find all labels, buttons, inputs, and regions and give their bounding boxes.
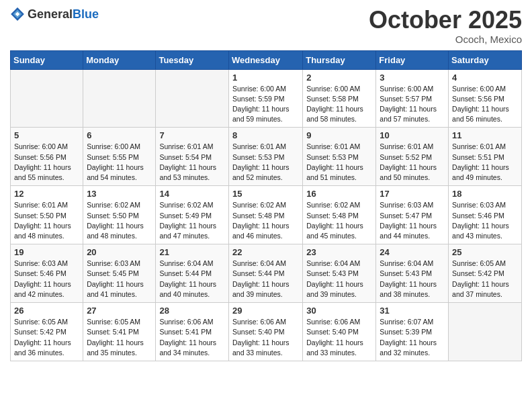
day-info: Sunrise: 6:06 AM Sunset: 5:40 PM Dayligh…	[232, 317, 299, 358]
day-number: 26	[14, 306, 79, 316]
day-number: 5	[14, 130, 79, 140]
calendar-cell: 18Sunrise: 6:03 AM Sunset: 5:46 PM Dayli…	[449, 186, 522, 244]
calendar-cell: 29Sunrise: 6:06 AM Sunset: 5:40 PM Dayli…	[228, 303, 302, 361]
day-number: 30	[306, 306, 372, 316]
calendar-cell: 25Sunrise: 6:05 AM Sunset: 5:42 PM Dayli…	[449, 244, 522, 303]
calendar-cell: 22Sunrise: 6:04 AM Sunset: 5:44 PM Dayli…	[228, 244, 302, 303]
calendar-cell: 7Sunrise: 6:01 AM Sunset: 5:54 PM Daylig…	[156, 128, 229, 186]
day-info: Sunrise: 6:04 AM Sunset: 5:44 PM Dayligh…	[159, 259, 225, 300]
day-number: 21	[159, 247, 225, 257]
header: GeneralBlue October 2025 Ococh, Mexico	[10, 7, 522, 45]
day-info: Sunrise: 6:01 AM Sunset: 5:53 PM Dayligh…	[306, 142, 372, 183]
day-number: 23	[306, 247, 372, 257]
day-info: Sunrise: 6:02 AM Sunset: 5:48 PM Dayligh…	[306, 200, 372, 241]
day-info: Sunrise: 6:00 AM Sunset: 5:55 PM Dayligh…	[87, 142, 152, 183]
weekday-header: Monday	[83, 50, 156, 69]
weekday-header-row: SundayMondayTuesdayWednesdayThursdayFrid…	[11, 50, 522, 69]
title-block: October 2025 Ococh, Mexico	[369, 7, 522, 45]
calendar-cell: 28Sunrise: 6:06 AM Sunset: 5:41 PM Dayli…	[156, 303, 229, 361]
day-number: 13	[87, 189, 152, 199]
weekday-header: Tuesday	[156, 50, 229, 69]
day-number: 11	[452, 130, 518, 140]
day-info: Sunrise: 6:05 AM Sunset: 5:41 PM Dayligh…	[87, 317, 152, 358]
day-number: 20	[87, 247, 152, 257]
calendar-week-row: 26Sunrise: 6:05 AM Sunset: 5:42 PM Dayli…	[11, 303, 522, 361]
calendar-cell: 23Sunrise: 6:04 AM Sunset: 5:43 PM Dayli…	[303, 244, 376, 303]
calendar-week-row: 5Sunrise: 6:00 AM Sunset: 5:56 PM Daylig…	[11, 128, 522, 186]
logo-icon	[10, 7, 25, 21]
day-number: 15	[232, 189, 299, 199]
day-number: 7	[159, 130, 225, 140]
day-info: Sunrise: 6:07 AM Sunset: 5:39 PM Dayligh…	[380, 317, 445, 358]
day-info: Sunrise: 6:00 AM Sunset: 5:57 PM Dayligh…	[380, 84, 445, 125]
day-info: Sunrise: 6:05 AM Sunset: 5:42 PM Dayligh…	[14, 317, 79, 358]
day-info: Sunrise: 6:04 AM Sunset: 5:44 PM Dayligh…	[232, 259, 299, 300]
day-info: Sunrise: 6:02 AM Sunset: 5:49 PM Dayligh…	[159, 200, 225, 241]
weekday-header: Sunday	[11, 50, 83, 69]
calendar-cell: 24Sunrise: 6:04 AM Sunset: 5:43 PM Dayli…	[376, 244, 449, 303]
day-info: Sunrise: 6:03 AM Sunset: 5:47 PM Dayligh…	[380, 200, 445, 241]
day-info: Sunrise: 6:05 AM Sunset: 5:42 PM Dayligh…	[452, 259, 518, 300]
day-info: Sunrise: 6:02 AM Sunset: 5:50 PM Dayligh…	[87, 200, 152, 241]
day-info: Sunrise: 6:04 AM Sunset: 5:43 PM Dayligh…	[380, 259, 445, 300]
day-number: 14	[159, 189, 225, 199]
day-info: Sunrise: 6:00 AM Sunset: 5:59 PM Dayligh…	[232, 84, 299, 125]
calendar-cell: 15Sunrise: 6:02 AM Sunset: 5:48 PM Dayli…	[228, 186, 302, 244]
day-number: 28	[159, 306, 225, 316]
logo-text-blue: Blue	[73, 8, 99, 20]
day-info: Sunrise: 6:01 AM Sunset: 5:50 PM Dayligh…	[14, 200, 79, 241]
day-number: 29	[232, 306, 299, 316]
calendar-cell: 20Sunrise: 6:03 AM Sunset: 5:45 PM Dayli…	[83, 244, 156, 303]
weekday-header: Thursday	[303, 50, 376, 69]
day-info: Sunrise: 6:06 AM Sunset: 5:40 PM Dayligh…	[306, 317, 372, 358]
calendar-cell: 17Sunrise: 6:03 AM Sunset: 5:47 PM Dayli…	[376, 186, 449, 244]
calendar-cell: 16Sunrise: 6:02 AM Sunset: 5:48 PM Dayli…	[303, 186, 376, 244]
calendar-cell	[11, 69, 83, 128]
calendar-cell	[156, 69, 229, 128]
calendar-cell: 30Sunrise: 6:06 AM Sunset: 5:40 PM Dayli…	[303, 303, 376, 361]
calendar-cell: 14Sunrise: 6:02 AM Sunset: 5:49 PM Dayli…	[156, 186, 229, 244]
day-number: 3	[380, 73, 445, 83]
calendar-cell: 3Sunrise: 6:00 AM Sunset: 5:57 PM Daylig…	[376, 69, 449, 128]
day-number: 8	[232, 130, 299, 140]
calendar-cell: 8Sunrise: 6:01 AM Sunset: 5:53 PM Daylig…	[228, 128, 302, 186]
day-info: Sunrise: 6:02 AM Sunset: 5:48 PM Dayligh…	[232, 200, 299, 241]
day-number: 22	[232, 247, 299, 257]
day-info: Sunrise: 6:03 AM Sunset: 5:46 PM Dayligh…	[452, 200, 518, 241]
calendar-cell: 1Sunrise: 6:00 AM Sunset: 5:59 PM Daylig…	[228, 69, 302, 128]
day-info: Sunrise: 6:03 AM Sunset: 5:45 PM Dayligh…	[87, 259, 152, 300]
day-number: 9	[306, 130, 372, 140]
day-number: 19	[14, 247, 79, 257]
page-container: GeneralBlue October 2025 Ococh, Mexico S…	[0, 0, 532, 368]
calendar-cell: 4Sunrise: 6:00 AM Sunset: 5:56 PM Daylig…	[449, 69, 522, 128]
calendar-cell	[449, 303, 522, 361]
calendar-cell: 12Sunrise: 6:01 AM Sunset: 5:50 PM Dayli…	[11, 186, 83, 244]
day-info: Sunrise: 6:00 AM Sunset: 5:56 PM Dayligh…	[14, 142, 79, 183]
day-info: Sunrise: 6:01 AM Sunset: 5:51 PM Dayligh…	[452, 142, 518, 183]
calendar-cell: 26Sunrise: 6:05 AM Sunset: 5:42 PM Dayli…	[11, 303, 83, 361]
calendar-week-row: 1Sunrise: 6:00 AM Sunset: 5:59 PM Daylig…	[11, 69, 522, 128]
day-info: Sunrise: 6:01 AM Sunset: 5:54 PM Dayligh…	[159, 142, 225, 183]
day-number: 16	[306, 189, 372, 199]
day-number: 18	[452, 189, 518, 199]
location-subtitle: Ococh, Mexico	[369, 34, 522, 45]
day-number: 2	[306, 73, 372, 83]
day-info: Sunrise: 6:00 AM Sunset: 5:58 PM Dayligh…	[306, 84, 372, 125]
logo-text-general: General	[28, 8, 73, 20]
calendar-cell: 2Sunrise: 6:00 AM Sunset: 5:58 PM Daylig…	[303, 69, 376, 128]
day-number: 4	[452, 73, 518, 83]
day-number: 1	[232, 73, 299, 83]
day-number: 10	[380, 130, 445, 140]
day-info: Sunrise: 6:01 AM Sunset: 5:53 PM Dayligh…	[232, 142, 299, 183]
calendar-table: SundayMondayTuesdayWednesdayThursdayFrid…	[10, 50, 522, 361]
weekday-header: Saturday	[449, 50, 522, 69]
day-info: Sunrise: 6:04 AM Sunset: 5:43 PM Dayligh…	[306, 259, 372, 300]
calendar-cell	[83, 69, 156, 128]
calendar-cell: 5Sunrise: 6:00 AM Sunset: 5:56 PM Daylig…	[11, 128, 83, 186]
day-info: Sunrise: 6:00 AM Sunset: 5:56 PM Dayligh…	[452, 84, 518, 125]
calendar-cell: 9Sunrise: 6:01 AM Sunset: 5:53 PM Daylig…	[303, 128, 376, 186]
calendar-week-row: 12Sunrise: 6:01 AM Sunset: 5:50 PM Dayli…	[11, 186, 522, 244]
day-number: 24	[380, 247, 445, 257]
month-title: October 2025	[369, 7, 522, 34]
day-number: 31	[380, 306, 445, 316]
